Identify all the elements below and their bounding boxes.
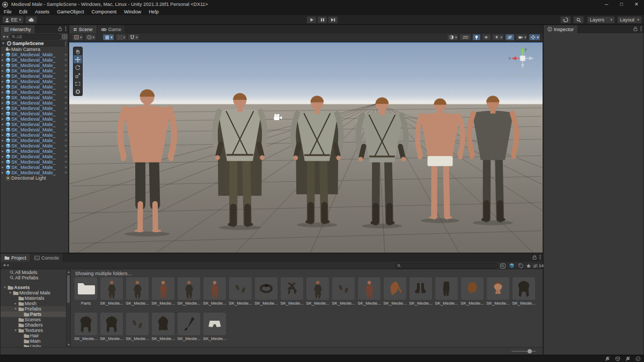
asset-prefab-item[interactable]: SK_Medie... [434,277,459,306]
folder-row-hair[interactable]: Hair [1,333,66,338]
asset-folder-item[interactable]: Parts [73,277,99,306]
orientation-gizmo[interactable]: y x [509,47,534,69]
asset-thumbnail-hood[interactable] [384,277,406,300]
asset-thumbnail-bits[interactable] [229,277,252,300]
kebab-menu-icon[interactable] [640,26,642,31]
folder-row-medieval-male[interactable]: ▾Medieval Male [1,290,66,295]
alerts-muted-icon[interactable] [625,356,631,361]
hierarchy-item-prefab[interactable]: ▸SK_Medieval_Male_> [1,143,68,149]
asset-prefab-item[interactable]: SK_Medie... [228,277,253,306]
open-prefab-arrow[interactable]: > [64,116,67,122]
tab-console[interactable]: Console [31,254,63,262]
expander-icon[interactable]: ▾ [3,285,7,290]
folder-row-materials[interactable]: Materials [1,295,66,301]
hierarchy-item-prefab[interactable]: ▸SK_Medieval_Male_> [1,106,68,111]
expander-icon[interactable]: ▸ [1,79,5,84]
folder-row-assets[interactable]: ▾Assets [1,285,66,290]
asset-prefab-item[interactable]: SK_Medie... [305,277,331,306]
asset-thumbnail-pantsleg[interactable] [435,277,458,300]
scene-picker-icon[interactable] [62,34,67,39]
asset-prefab-item[interactable]: SK_Medie... [279,277,305,306]
expander-icon[interactable]: ▸ [1,57,5,63]
asset-thumbnail-figr[interactable] [358,277,380,300]
expander-icon[interactable]: ▸ [1,165,5,170]
character-model[interactable] [358,97,406,228]
cloud-button[interactable] [25,16,37,24]
favorites-star-button[interactable] [526,263,531,269]
asset-prefab-item[interactable]: SK_Medie... [382,277,408,306]
asset-prefab-item[interactable]: SK_Medie... [485,277,511,306]
kebab-menu-icon[interactable] [65,41,67,46]
grid-snapping-toggle[interactable]: ▾ [103,34,114,41]
packages-filter-button[interactable] [509,263,515,269]
asset-prefab-item[interactable]: SK_Medie... [73,313,99,341]
asset-thumbnail-figr[interactable] [152,277,174,300]
vertex-snap-dropdown[interactable]: ▾ [128,34,140,41]
hierarchy-item-prefab[interactable]: ▸SK_Medieval_Male_> [1,111,68,116]
collab-package-icon[interactable] [615,356,620,361]
hierarchy-item-prefab[interactable]: ▸SK_Medieval_Male_> [1,127,68,132]
asset-thumbnail-fig[interactable] [126,277,149,300]
asset-prefab-item[interactable]: SK_Medie... [176,313,202,341]
folder-row-mesh[interactable]: ▸Mesh [1,301,66,306]
search-by-label-button[interactable] [518,263,524,269]
menu-edit[interactable]: Edit [16,9,32,15]
hierarchy-search-input[interactable]: All [10,34,61,40]
step-button[interactable] [328,16,338,24]
audio-toggle[interactable] [482,34,491,41]
projection-mode-toggle[interactable]: Persp [511,72,527,78]
rect-tool[interactable] [74,79,82,87]
open-prefab-arrow[interactable]: > [64,149,67,154]
expander-icon[interactable]: ▸ [1,100,5,106]
notifications-muted-icon[interactable] [605,356,610,361]
hierarchy-item-prefab[interactable]: ▸SK_Medieval_Male_> [1,73,68,79]
kebab-menu-icon[interactable] [539,255,541,260]
hierarchy-item-prefab[interactable]: ▸SK_Medieval_Male_> [1,68,68,73]
expander-icon[interactable]: ▸ [1,170,5,175]
hierarchy-item-light[interactable]: Directional Light [1,175,68,181]
asset-prefab-item[interactable]: SK_Medie... [253,277,279,306]
lock-icon[interactable] [58,26,62,31]
hierarchy-item-prefab[interactable]: ▸SK_Medieval_Male_> [1,122,68,127]
menu-gameobject[interactable]: GameObject [53,9,88,15]
expander-icon[interactable]: ▸ [1,132,5,138]
open-prefab-arrow[interactable]: > [64,106,67,111]
search-by-type-button[interactable] [500,263,506,269]
background-tasks-icon[interactable] [635,356,641,361]
menu-window[interactable]: Window [120,9,145,15]
open-prefab-arrow[interactable]: > [64,57,67,63]
gizmos-dropdown[interactable]: ▾ [529,34,540,41]
open-prefab-arrow[interactable]: > [64,143,67,149]
hierarchy-item-prefab[interactable]: ▸SK_Medieval_Male_> [1,57,68,63]
asset-thumbnail-fig[interactable] [306,277,329,300]
hierarchy-item-prefab[interactable]: ▸SK_Medieval_Male_> [1,100,68,106]
scene-camera-dropdown[interactable]: ▾ [516,34,528,41]
asset-thumbnail-fig[interactable] [100,277,123,300]
lock-icon[interactable] [633,26,638,31]
hierarchy-item-prefab[interactable]: ▸SK_Medieval_Male_> [1,159,68,165]
asset-thumbnail-belt[interactable] [255,277,277,300]
tab-game[interactable]: Game [97,25,126,33]
menu-help[interactable]: Help [145,9,163,15]
hierarchy-item-prefab[interactable]: ▸SK_Medieval_Male_> [1,154,68,159]
lock-icon[interactable] [532,255,537,260]
asset-thumbnail-vest[interactable] [152,313,174,335]
project-search-input[interactable] [395,263,498,269]
open-prefab-arrow[interactable]: > [64,63,67,68]
expander-icon[interactable]: ▾ [13,307,18,311]
expander-icon[interactable]: ▸ [1,154,5,159]
asset-prefab-item[interactable]: SK_Medie... [202,313,228,341]
asset-thumbnail-straps[interactable] [281,277,303,300]
tool-handle-rotation-dropdown[interactable]: ▾ [85,34,97,41]
expander-icon[interactable]: ▸ [1,84,5,90]
shading-mode-dropdown[interactable]: ▾ [447,34,459,41]
open-prefab-arrow[interactable]: > [64,138,67,143]
transform-tool[interactable] [74,87,82,95]
folder-row-prefabs[interactable]: ▾Prefabs [1,306,66,312]
folder-row-parts[interactable]: Parts [1,312,66,317]
open-prefab-arrow[interactable]: > [64,52,67,57]
asset-prefab-item[interactable]: SK_Medie... [125,313,150,341]
asset-prefab-item[interactable]: SK_Medie... [125,277,150,306]
open-prefab-arrow[interactable]: > [64,84,67,90]
expander-icon[interactable]: ▾ [8,291,12,295]
